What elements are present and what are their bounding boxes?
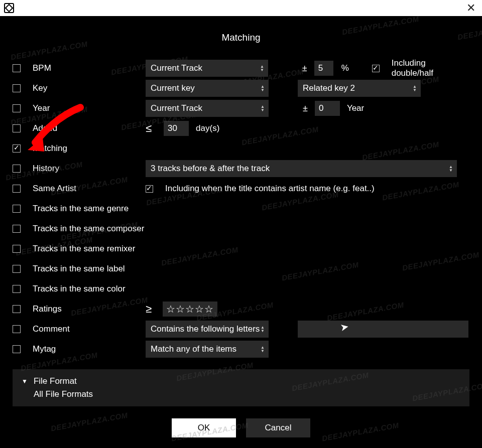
row-ratings: Ratings ≥ ☆☆☆☆☆ (13, 299, 469, 319)
checkbox-same-artist[interactable] (13, 185, 21, 193)
select-mytag-mode[interactable]: Match any of the items ▲▼ (146, 341, 269, 358)
spinner-icon: ▲▼ (260, 65, 264, 72)
row-same-label: Tracks in the same label (13, 259, 469, 279)
row-same-composer: Tracks in the same composer (13, 219, 469, 239)
checkbox-same-genre[interactable] (13, 205, 21, 213)
row-same-artist: Same Artist Including when the title con… (13, 179, 469, 199)
label-same-composer: Tracks in the same composer (33, 224, 144, 234)
ok-button[interactable]: OK (172, 418, 236, 437)
label-same-remixer: Tracks in the same remixer (33, 244, 135, 254)
unit-bpm: % (341, 63, 349, 73)
unit-year: Year (347, 103, 364, 113)
chevron-down-icon[interactable]: ▼ (22, 378, 28, 385)
row-bpm: BPM Current Track ▲▼ ± 5 % Including dou… (13, 58, 469, 78)
row-same-color: Tracks in the same color (13, 279, 469, 299)
label-same-genre: Tracks in the same genre (33, 204, 129, 214)
checkbox-matching[interactable] (13, 144, 21, 153)
label-matching: Matching (33, 143, 146, 154)
label-include-double-half: Including double/half (392, 58, 469, 78)
checkbox-ratings[interactable] (13, 305, 21, 313)
checkbox-history[interactable] (13, 165, 21, 173)
row-matching: Matching (13, 138, 469, 159)
checkbox-include-title-artist[interactable] (146, 185, 153, 193)
label-year: Year (33, 103, 146, 113)
leq-symbol: ≤ (146, 122, 152, 135)
plus-minus-symbol: ± (302, 63, 307, 74)
select-history[interactable]: 3 tracks before & after the track ▲▼ (146, 160, 457, 177)
label-comment: Comment (33, 324, 146, 334)
checkbox-comment[interactable] (13, 325, 21, 333)
label-mytag: Mytag (33, 344, 146, 354)
file-format-value: All File Formats (34, 389, 460, 399)
input-bpm-tolerance[interactable]: 5 (314, 61, 333, 76)
label-same-color: Tracks in the same color (33, 284, 126, 294)
label-same-label: Tracks in the same label (33, 264, 125, 274)
spinner-icon: ▲▼ (261, 105, 265, 112)
checkbox-same-label[interactable] (13, 265, 21, 273)
dialog-buttons: OK Cancel (13, 418, 469, 437)
row-history: History 3 tracks before & after the trac… (13, 159, 469, 179)
checkbox-same-remixer[interactable] (13, 245, 21, 253)
label-bpm: BPM (33, 63, 146, 73)
row-added: Added ≤ 30 day(s) (13, 118, 469, 138)
input-year-tolerance[interactable]: 0 (315, 101, 340, 116)
page-title: Matching (13, 32, 469, 43)
spinner-icon: ▲▼ (449, 165, 453, 172)
row-comment: Comment Contains the following letters ▲… (13, 319, 469, 339)
titlebar: ✕ (0, 0, 482, 16)
select-comment-mode[interactable]: Contains the following letters ▲▼ (146, 321, 269, 338)
spinner-icon: ▲▼ (261, 346, 265, 353)
select-key-source[interactable]: Current key ▲▼ (146, 80, 269, 97)
close-icon[interactable]: ✕ (464, 2, 478, 15)
checkbox-same-composer[interactable] (13, 225, 21, 233)
select-year-source[interactable]: Current Track ▲▼ (146, 100, 269, 117)
label-include-title-artist: Including when the title contains artist… (165, 184, 375, 194)
cancel-button[interactable]: Cancel (246, 418, 310, 437)
checkbox-include-double-half[interactable] (372, 65, 380, 72)
label-ratings: Ratings (33, 304, 146, 314)
file-format-header: File Format (34, 376, 77, 386)
select-key-related[interactable]: Related key 2 ▲▼ (298, 80, 421, 97)
label-key: Key (33, 83, 146, 93)
checkbox-bpm[interactable] (13, 64, 21, 72)
rating-stars[interactable]: ☆☆☆☆☆ (163, 302, 217, 317)
row-same-genre: Tracks in the same genre (13, 199, 469, 219)
select-bpm-source[interactable]: Current Track ▲▼ (146, 60, 268, 77)
plus-minus-symbol: ± (303, 103, 308, 114)
label-same-artist: Same Artist (33, 184, 146, 194)
row-year: Year Current Track ▲▼ ± 0 Year (13, 98, 469, 118)
app-icon (4, 3, 14, 13)
label-added: Added (33, 123, 146, 133)
input-comment-text[interactable] (298, 321, 468, 338)
input-added-days[interactable]: 30 (164, 121, 189, 136)
geq-symbol: ≥ (146, 303, 152, 316)
checkbox-key[interactable] (13, 84, 21, 92)
spinner-icon: ▲▼ (261, 85, 265, 92)
row-key: Key Current key ▲▼ Related key 2 ▲▼ (13, 78, 469, 98)
label-history: History (33, 164, 146, 174)
row-mytag: Mytag Match any of the items ▲▼ (13, 339, 469, 359)
checkbox-mytag[interactable] (13, 345, 21, 353)
checkbox-added[interactable] (13, 124, 21, 132)
file-format-section: ▼ File Format All File Formats (13, 369, 469, 406)
unit-days: day(s) (196, 123, 219, 133)
spinner-icon: ▲▼ (261, 326, 265, 333)
checkbox-year[interactable] (13, 104, 21, 112)
row-same-remixer: Tracks in the same remixer (13, 239, 469, 259)
spinner-icon: ▲▼ (413, 85, 417, 92)
checkbox-same-color[interactable] (13, 285, 21, 293)
